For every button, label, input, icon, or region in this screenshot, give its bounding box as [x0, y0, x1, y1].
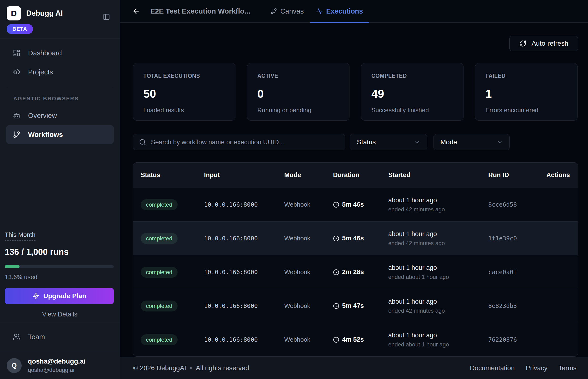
duration-value: 5m 46s [342, 235, 364, 242]
search-input[interactable] [151, 139, 339, 146]
table-row[interactable]: completed 10.0.0.166:8000 Webhook 5m 47s… [133, 289, 578, 323]
status-badge: completed [141, 233, 178, 244]
git-branch-icon [13, 131, 20, 138]
mode-filter-dropdown[interactable]: Mode [434, 134, 510, 150]
auto-refresh-button[interactable]: Auto-refresh [509, 36, 578, 51]
table-row[interactable]: completed 10.0.0.166:8000 Webhook 2m 28s… [133, 255, 578, 289]
duration-cell: 5m 47s [333, 302, 388, 310]
input-cell: 10.0.0.166:8000 [204, 235, 284, 242]
footer-link-privacy[interactable]: Privacy [526, 364, 548, 372]
tab-label: Executions [326, 7, 363, 15]
stat-card-active: ACTIVE 0 Running or pending [247, 63, 350, 121]
ended-time: ended about 1 hour ago [388, 341, 488, 348]
view-details-link[interactable]: View Details [5, 311, 115, 318]
stat-sublabel: Running or pending [257, 107, 339, 114]
sidebar-item-team[interactable]: Team [6, 327, 114, 347]
footer-link-documentation[interactable]: Documentation [470, 364, 515, 372]
column-header-runid: Run ID [488, 172, 545, 179]
usage-period-label: This Month [5, 231, 35, 241]
zap-icon [32, 292, 39, 300]
sidebar-item-workflows[interactable]: Workflows [6, 125, 114, 144]
table-header: Status Input Mode Duration Started Run I… [133, 163, 578, 188]
stat-label: COMPLETED [371, 73, 453, 79]
logo-letter: D [11, 9, 17, 18]
sidebar-collapse-icon[interactable] [103, 13, 110, 21]
sidebar-item-label: Projects [28, 68, 53, 76]
stat-sublabel: Loaded results [143, 107, 225, 114]
started-time: about 1 hour ago [388, 264, 488, 271]
sidebar-item-label: Team [28, 333, 45, 341]
sidebar-item-projects[interactable]: Projects [6, 63, 114, 81]
topbar: E2E Test Execution Workflo... Canvas Exe… [120, 0, 588, 23]
started-cell: about 1 hour ago ended 42 minutes ago [388, 197, 488, 213]
sidebar-team-section: Team [0, 322, 120, 352]
column-header-input: Input [204, 172, 284, 179]
stat-label: FAILED [485, 73, 567, 79]
executions-table: Status Input Mode Duration Started Run I… [133, 162, 578, 357]
code-icon [13, 68, 20, 76]
brand-name: Debugg AI [26, 9, 63, 17]
back-button[interactable] [132, 7, 140, 15]
run-id-cell: 8cce6d58 [488, 201, 545, 208]
started-cell: about 1 hour ago ended about 1 hour ago [388, 264, 488, 280]
sidebar-item-overview[interactable]: Overview [6, 106, 114, 125]
table-row[interactable]: completed 10.0.0.166:8000 Webhook 5m 46s… [133, 188, 578, 221]
ended-time: ended about 1 hour ago [388, 274, 488, 280]
started-time: about 1 hour ago [388, 197, 488, 204]
chevron-down-icon [414, 139, 420, 145]
started-time: about 1 hour ago [388, 230, 488, 238]
clock-icon [333, 303, 339, 309]
git-branch-icon [270, 8, 277, 15]
sidebar-divider [7, 87, 113, 87]
stat-value: 50 [143, 87, 225, 100]
sidebar-item-dashboard[interactable]: Dashboard [6, 44, 114, 63]
stat-card-total: TOTAL EXECUTIONS 50 Loaded results [133, 63, 235, 121]
tab-canvas[interactable]: Canvas [264, 0, 310, 23]
footer-separator: • [190, 365, 192, 371]
filters-row: Status Mode [133, 134, 578, 150]
ended-time: ended 42 minutes ago [388, 240, 488, 247]
account-section[interactable]: Q qosha@debugg.ai qosha@debugg.ai [0, 352, 120, 379]
mode-cell: Webhook [284, 302, 333, 310]
duration-value: 4m 52s [342, 336, 364, 343]
run-id-cell: 1f1e39c0 [488, 235, 545, 242]
account-name: qosha@debugg.ai [28, 358, 85, 365]
duration-value: 5m 46s [342, 201, 364, 208]
footer: © 2026 DebuggAI • All rights reserved Do… [120, 357, 588, 379]
mode-filter-label: Mode [440, 138, 457, 146]
column-header-duration: Duration [333, 172, 388, 179]
account-email: qosha@debugg.ai [28, 367, 85, 373]
stat-value: 1 [485, 87, 567, 100]
tab-executions[interactable]: Executions [310, 0, 369, 23]
mode-cell: Webhook [284, 201, 333, 208]
upgrade-plan-button[interactable]: Upgrade Plan [5, 288, 114, 304]
rights-text: All rights reserved [196, 364, 249, 372]
status-filter-label: Status [357, 138, 376, 146]
column-header-mode: Mode [284, 172, 333, 179]
status-filter-dropdown[interactable]: Status [350, 134, 427, 150]
footer-link-terms[interactable]: Terms [558, 364, 577, 372]
clock-icon [333, 235, 339, 242]
usage-percent-label: 13.6% used [5, 273, 115, 281]
input-cell: 10.0.0.166:8000 [204, 201, 284, 208]
chevron-down-icon [497, 139, 503, 145]
ended-time: ended 42 minutes ago [388, 307, 488, 314]
column-header-actions: Actions [545, 172, 570, 179]
table-row[interactable]: completed 10.0.0.166:8000 Webhook 4m 52s… [133, 323, 578, 356]
run-id-cell: 76220876 [488, 336, 545, 343]
upgrade-plan-label: Upgrade Plan [43, 292, 86, 300]
usage-runs-count: 136 / 1,000 runs [5, 247, 115, 257]
mode-cell: Webhook [284, 235, 333, 242]
table-row[interactable]: completed 10.0.0.166:8000 Webhook 5m 46s… [133, 221, 578, 255]
search-box [133, 134, 345, 150]
content: Auto-refresh TOTAL EXECUTIONS 50 Loaded … [120, 23, 588, 357]
usage-progress-bar [5, 265, 114, 268]
started-cell: about 1 hour ago ended 42 minutes ago [388, 298, 488, 314]
stat-value: 0 [257, 87, 339, 100]
auto-refresh-label: Auto-refresh [532, 40, 568, 47]
column-header-status: Status [141, 172, 204, 179]
status-badge: completed [141, 267, 178, 278]
input-cell: 10.0.0.166:8000 [204, 336, 284, 343]
bot-icon [13, 112, 20, 119]
duration-cell: 5m 46s [333, 201, 388, 208]
